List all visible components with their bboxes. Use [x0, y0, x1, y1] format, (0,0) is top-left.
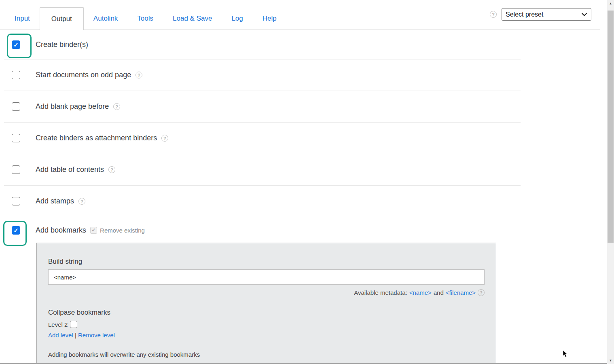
attachment-binders-checkbox[interactable] [12, 134, 20, 142]
remove-level-link[interactable]: Remove level [78, 332, 115, 339]
tab-bar: Input Output Autolink Tools Load & Save … [0, 0, 600, 30]
tab-autolink[interactable]: Autolink [84, 7, 127, 30]
bookmarks-panel: Build string Available metadata: <name> … [36, 243, 496, 364]
level-label: Level 2 [48, 321, 68, 328]
option-row-create-binders: ✓ Create binder(s) [0, 30, 600, 59]
level-links: Add level | Remove level [48, 332, 496, 339]
tab-load-save[interactable]: Load & Save [163, 7, 222, 30]
tab-input[interactable]: Input [5, 7, 40, 30]
help-icon[interactable]: ? [108, 166, 115, 173]
help-icon[interactable]: ? [136, 72, 142, 78]
metadata-name-link[interactable]: <name> [409, 289, 432, 296]
help-icon[interactable]: ? [113, 103, 120, 110]
tab-log[interactable]: Log [222, 7, 252, 30]
table-of-contents-checkbox[interactable] [12, 165, 20, 174]
stamps-checkbox[interactable] [12, 197, 20, 205]
options-list: ✓ Create binder(s) Start documents on od… [0, 30, 600, 243]
bookmarks-note: Adding bookmarks will overwrite any exis… [48, 351, 496, 358]
odd-page-checkbox[interactable] [12, 71, 20, 79]
option-label: Create binders as attachment binders [36, 134, 157, 142]
option-row-blank-page: Add blank page before ? [0, 91, 600, 122]
preset-select[interactable]: Select preset [502, 8, 591, 21]
create-binders-checkbox[interactable]: ✓ [12, 40, 20, 49]
metadata-filename-link[interactable]: <filename> [446, 289, 476, 296]
help-icon[interactable]: ? [78, 198, 85, 205]
build-string-input[interactable] [48, 269, 485, 285]
checkmark-icon: ✓ [13, 42, 19, 48]
metadata-prefix: Available metadata: [354, 289, 407, 296]
option-label: Add bookmarks [36, 226, 86, 235]
level-2-checkbox[interactable] [70, 321, 77, 328]
help-icon[interactable]: ? [161, 135, 168, 142]
bookmarks-checkbox[interactable]: ✓ [12, 226, 20, 235]
blank-page-checkbox[interactable] [12, 102, 20, 111]
level-row: Level 2 [48, 321, 496, 328]
option-label: Add stamps [36, 197, 74, 205]
collapse-bookmarks-title: Collpase bookmarks [48, 309, 496, 317]
option-label: Add table of contents [36, 165, 104, 174]
option-label: Start documents on odd page [36, 71, 131, 79]
chevron-down-icon [582, 13, 587, 16]
scrollbar-thumb[interactable] [608, 11, 614, 243]
checkmark-icon: ✓ [13, 227, 19, 233]
option-row-table-of-contents: Add table of contents ? [0, 154, 600, 185]
output-settings-page: Input Output Autolink Tools Load & Save … [0, 0, 614, 364]
preset-help-icon[interactable]: ? [490, 11, 497, 18]
tab-tools[interactable]: Tools [127, 7, 163, 30]
checkmark-icon: ✓ [92, 228, 96, 233]
option-label: Add blank page before [36, 102, 109, 111]
preset-select-value: Select preset [506, 11, 543, 18]
tab-help[interactable]: Help [253, 7, 286, 30]
metadata-and: and [434, 289, 444, 296]
option-row-attachment-binders: Create binders as attachment binders ? [0, 123, 600, 154]
remove-existing-group: ✓ Remove existing [90, 227, 145, 234]
add-level-link[interactable]: Add level [48, 332, 73, 339]
build-string-label: Build string [48, 258, 496, 266]
tab-output[interactable]: Output [40, 7, 84, 30]
scroll-down-icon[interactable]: ▼ [607, 357, 614, 364]
remove-existing-label: Remove existing [100, 227, 145, 234]
link-separator: | [75, 332, 76, 339]
option-row-odd-page: Start documents on odd page ? [0, 59, 600, 91]
scroll-up-icon[interactable]: ▲ [607, 0, 614, 7]
available-metadata-line: Available metadata: <name> and <filename… [48, 289, 485, 296]
vertical-scrollbar[interactable]: ▲ ▼ [607, 0, 614, 364]
preset-area: ? Select preset [490, 8, 600, 21]
mouse-cursor [563, 350, 568, 358]
metadata-help-icon[interactable]: ? [478, 289, 485, 296]
option-label: Create binder(s) [36, 40, 88, 49]
option-row-stamps: Add stamps ? [0, 186, 600, 217]
option-row-bookmarks: ✓ Add bookmarks ✓ Remove existing [0, 217, 600, 243]
remove-existing-checkbox[interactable]: ✓ [90, 227, 97, 234]
